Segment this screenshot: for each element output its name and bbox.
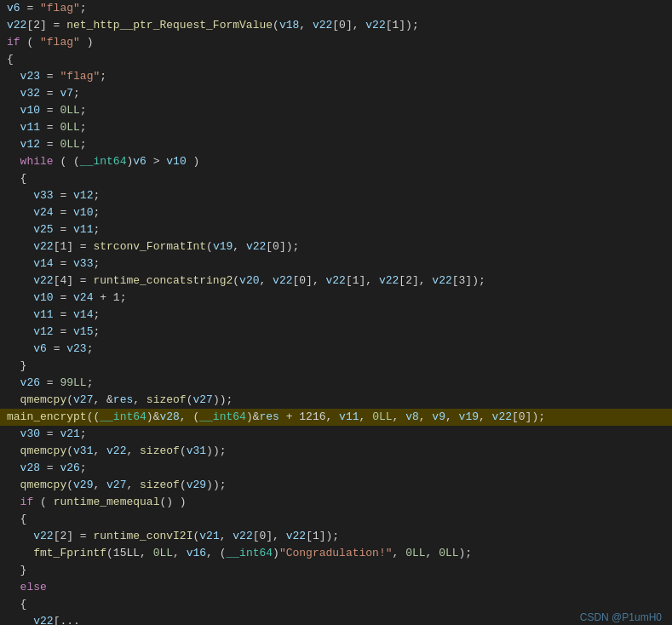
token-plain (7, 138, 20, 151)
token-var: v23 (66, 342, 86, 355)
token-var: v24 (73, 291, 93, 304)
code-line: v6 = v23; (0, 341, 672, 358)
code-content: { (0, 170, 672, 187)
token-plain (7, 496, 20, 508)
token-plain: ; (80, 2, 87, 14)
code-line: while ( (__int64)v6 > v10 ) (0, 153, 672, 170)
code-line: v26 = 99LL; (0, 375, 672, 392)
token-var: v6 (33, 342, 47, 355)
token-num: 0LL (60, 104, 79, 117)
token-var: v11 (20, 121, 40, 134)
code-line: v12 = v15; (0, 324, 672, 341)
code-line: v11 = 0LL; (0, 119, 672, 136)
token-str: "flag" (40, 36, 80, 49)
token-plain: ; (93, 189, 100, 202)
code-line: { (0, 51, 672, 68)
token-var: v14 (73, 308, 93, 321)
code-content: fmt_Fprintf(15LL, 0LL, v16, (__int64)"Co… (0, 545, 672, 562)
token-plain (7, 547, 33, 559)
token-plain: = (40, 70, 60, 83)
token-plain: , ( (206, 547, 226, 559)
watermark: CSDN @P1umH0 (580, 611, 662, 623)
code-line: v22[2] = net_http__ptr_Request_FormValue… (0, 17, 672, 34)
token-plain (7, 376, 20, 389)
token-plain: , (393, 547, 406, 559)
token-plain: ( (206, 240, 213, 253)
token-var: v14 (33, 257, 53, 270)
code-line: qmemcpy(v31, v22, sizeof(v31)); (0, 443, 672, 460)
token-plain: = (54, 325, 73, 338)
token-plain: } (7, 564, 26, 576)
code-content: v10 = v24 + 1; (0, 290, 672, 307)
token-var: v26 (60, 462, 79, 474)
code-line: v32 = v7; (0, 85, 672, 102)
token-var: v8 (405, 410, 419, 423)
token-plain: () ) (159, 496, 186, 508)
token-plain (7, 257, 33, 270)
token-var: v24 (33, 206, 53, 219)
token-plain (7, 87, 20, 100)
code-content: qmemcpy(v31, v22, sizeof(v31)); (0, 443, 672, 460)
token-plain: [1] = (54, 240, 94, 253)
code-content: v32 = v7; (0, 85, 672, 102)
token-plain: )& (146, 410, 160, 423)
token-var: v22 (273, 274, 292, 287)
token-type: __int64 (100, 410, 146, 423)
token-plain: , (299, 19, 313, 32)
code-line: if ( "flag" ) (0, 34, 672, 51)
code-line: else (0, 579, 672, 596)
token-var: v21 (199, 530, 219, 542)
code-content: qmemcpy(v27, &res, sizeof(v27)); (0, 392, 672, 409)
code-content: } (0, 358, 672, 375)
token-num: 0LL (60, 138, 79, 151)
token-plain: ; (80, 462, 87, 474)
token-plain: ; (87, 376, 94, 389)
token-var: v25 (33, 223, 53, 236)
token-plain: , (393, 410, 406, 423)
token-plain: ) (80, 36, 94, 49)
token-plain: , (220, 530, 233, 542)
token-plain (7, 274, 33, 287)
token-plain: [0]); (266, 240, 299, 253)
token-plain: ; (93, 223, 100, 236)
token-fn: net_http__ptr_Request_FormValue (66, 19, 273, 32)
code-content: v14 = v33; (0, 255, 672, 272)
token-plain (7, 393, 20, 406)
token-plain: [1]); (386, 19, 419, 32)
token-plain: ; (80, 121, 87, 134)
code-line: } (0, 562, 672, 579)
token-plain: , & (93, 393, 112, 406)
code-line: v10 = v24 + 1; (0, 290, 672, 307)
code-line: { (0, 170, 672, 187)
token-plain: , (126, 444, 140, 457)
code-content: v28 = v26; (0, 460, 672, 477)
token-plain (7, 444, 20, 457)
code-line: v22[2] = runtime_convI2I(v21, v22[0], v2… (0, 528, 672, 545)
token-var: v11 (33, 308, 53, 321)
token-var: v6 (7, 2, 20, 14)
token-str: "Congradulation!" (279, 547, 393, 559)
token-var: v19 (459, 410, 479, 423)
token-var: v27 (192, 393, 212, 406)
token-var: v19 (213, 240, 233, 253)
token-plain: , (93, 479, 106, 491)
token-var: v11 (339, 410, 359, 423)
token-num: 99LL (60, 376, 86, 389)
token-var: v27 (73, 393, 93, 406)
token-str: "flag" (60, 70, 100, 83)
token-plain: = (20, 2, 40, 14)
token-var: v31 (73, 444, 93, 457)
token-var: v22 (286, 530, 306, 542)
token-plain: { (7, 513, 26, 525)
token-var: v22 (365, 19, 385, 32)
token-plain (7, 291, 33, 304)
token-fn: qmemcpy (20, 444, 67, 457)
token-plain: > (146, 155, 166, 168)
code-content: v25 = v11; (0, 221, 672, 238)
token-plain: (15LL, (106, 547, 153, 559)
token-plain: , (126, 479, 140, 491)
token-plain: = (54, 257, 73, 270)
token-fn: runtime_convI2I (93, 530, 192, 542)
token-plain: ); (459, 547, 473, 559)
token-plain: [2], (399, 274, 432, 287)
